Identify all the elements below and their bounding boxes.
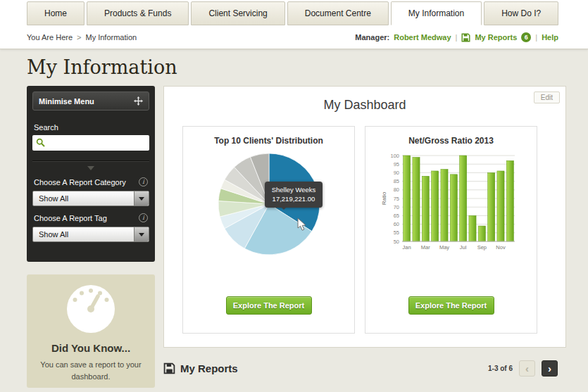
did-you-know-panel: Did You Know... You can save a report to… xyxy=(27,274,155,388)
my-reports-link[interactable]: My Reports xyxy=(475,33,517,42)
bar-chart-wrapper: 50556065707580859095100JanMarMayJulSepNo… xyxy=(380,151,523,261)
tooltip-client-value: 17,219,221.00 xyxy=(267,194,320,203)
floppy-icon xyxy=(461,33,470,42)
search-box xyxy=(32,135,149,151)
svg-text:100: 100 xyxy=(390,153,399,159)
svg-text:70: 70 xyxy=(393,204,399,210)
dashboard-cards: Top 10 Clients' Distribution Shelley Wee… xyxy=(182,126,537,334)
pagination-next-button[interactable]: › xyxy=(542,360,558,377)
breadcrumb-current-page: My Information xyxy=(85,33,137,42)
search-input[interactable] xyxy=(49,135,155,151)
header-links: Manager: Robert Medway | My Reports 6 | … xyxy=(355,32,558,42)
my-reports-section: My Reports 1-3 of 6 ‹ › xyxy=(163,360,566,377)
breadcrumb-separator: > xyxy=(77,33,81,42)
edit-button[interactable]: Edit xyxy=(534,91,560,103)
svg-text:85: 85 xyxy=(393,178,399,184)
collapse-icon xyxy=(134,96,143,106)
did-you-know-text: You can save a report to your dashboard. xyxy=(27,359,155,382)
my-reports-icon xyxy=(163,362,175,374)
report-category-label: Choose A Report Category xyxy=(34,178,126,186)
search-icon[interactable] xyxy=(36,138,46,148)
sidebar-divider xyxy=(32,160,149,162)
breadcrumb-bar: You Are Here > My Information Manager: R… xyxy=(0,25,588,49)
pie-chart-title: Top 10 Clients' Distribution xyxy=(183,136,354,146)
tooltip-client-name: Shelley Weeks xyxy=(267,185,320,194)
svg-text:65: 65 xyxy=(393,213,399,219)
report-tag-label: Choose A Report Tag xyxy=(34,214,107,222)
report-tag-value: Show All xyxy=(33,227,149,241)
my-reports-count-badge: 6 xyxy=(521,32,531,42)
bar-chart-title: Net/Gross Ratio 2013 xyxy=(365,136,537,146)
svg-text:Nov: Nov xyxy=(496,244,506,251)
manager-name-link[interactable]: Robert Medway xyxy=(394,33,451,42)
dropdown-arrow-icon[interactable] xyxy=(134,227,149,241)
dropdown-arrow-icon[interactable] xyxy=(134,191,149,206)
explore-report-button[interactable]: Explore The Report xyxy=(226,296,312,315)
you-are-here-label: You Are Here xyxy=(27,33,73,42)
main-navigation: Home Products & Funds Client Servicing D… xyxy=(27,1,558,25)
divider: | xyxy=(456,33,458,42)
chart-tooltip: Shelley Weeks 17,219,221.00 xyxy=(265,182,323,208)
svg-text:80: 80 xyxy=(393,186,399,193)
minimise-menu-button[interactable]: Minimise Menu xyxy=(32,91,149,110)
svg-text:95: 95 xyxy=(393,161,399,167)
minimise-menu-label: Minimise Menu xyxy=(39,97,94,106)
help-link[interactable]: Help xyxy=(542,33,558,42)
svg-text:75: 75 xyxy=(393,196,399,202)
report-category-select[interactable]: Show All xyxy=(32,191,149,206)
my-reports-title: My Reports xyxy=(180,362,238,374)
tab-document-centre[interactable]: Document Centre xyxy=(287,1,389,25)
did-you-know-title: Did You Know... xyxy=(27,342,155,354)
search-label: Search xyxy=(34,123,148,132)
report-category-field: Choose A Report Category i xyxy=(34,177,148,186)
manager-label: Manager: xyxy=(355,33,389,42)
pie-chart-card: Top 10 Clients' Distribution Shelley Wee… xyxy=(182,126,355,334)
svg-text:60: 60 xyxy=(393,221,399,227)
svg-text:Jul: Jul xyxy=(459,244,466,251)
screen: Home Products & Funds Client Servicing D… xyxy=(0,0,588,392)
breadcrumb: You Are Here > My Information xyxy=(27,33,137,42)
gauge-icon xyxy=(65,283,117,335)
dashboard-title: My Dashboard xyxy=(164,98,565,113)
report-tag-field: Choose A Report Tag i xyxy=(34,213,148,222)
pagination-prev-button[interactable]: ‹ xyxy=(519,360,535,377)
svg-text:Jan: Jan xyxy=(402,244,411,251)
bar-chart[interactable]: 50556065707580859095100JanMarMayJulSepNo… xyxy=(380,151,523,258)
svg-text:Sep: Sep xyxy=(477,244,486,251)
mouse-cursor-icon xyxy=(297,218,308,232)
tab-home[interactable]: Home xyxy=(27,1,85,25)
explore-report-button[interactable]: Explore The Report xyxy=(408,296,494,315)
divider: | xyxy=(535,33,537,42)
sidebar-menu: Minimise Menu Search xyxy=(27,86,155,262)
bar-chart-card: Net/Gross Ratio 2013 5055606570758085909… xyxy=(365,126,537,334)
tab-products-funds[interactable]: Products & Funds xyxy=(87,1,189,25)
info-icon[interactable]: i xyxy=(139,177,148,186)
svg-text:May: May xyxy=(439,244,449,251)
svg-text:90: 90 xyxy=(393,170,399,176)
page-title: My Information xyxy=(27,56,177,78)
pagination-range-label: 1-3 of 6 xyxy=(488,365,513,372)
report-tag-select[interactable]: Show All xyxy=(32,227,149,242)
tab-client-servicing[interactable]: Client Servicing xyxy=(191,1,284,25)
tab-how-do-i[interactable]: How Do I? xyxy=(484,1,558,25)
pagination: 1-3 of 6 ‹ › xyxy=(488,360,558,377)
dashboard-panel: Edit My Dashboard Top 10 Clients' Distri… xyxy=(163,86,566,348)
svg-text:Mar: Mar xyxy=(420,244,430,251)
report-category-value: Show All xyxy=(33,191,149,206)
info-icon[interactable]: i xyxy=(139,213,148,222)
chevron-down-icon[interactable] xyxy=(87,166,94,170)
svg-text:50: 50 xyxy=(393,239,399,245)
svg-text:Ratio: Ratio xyxy=(381,191,387,205)
svg-text:55: 55 xyxy=(393,229,399,236)
tab-my-information[interactable]: My Information xyxy=(391,1,482,25)
